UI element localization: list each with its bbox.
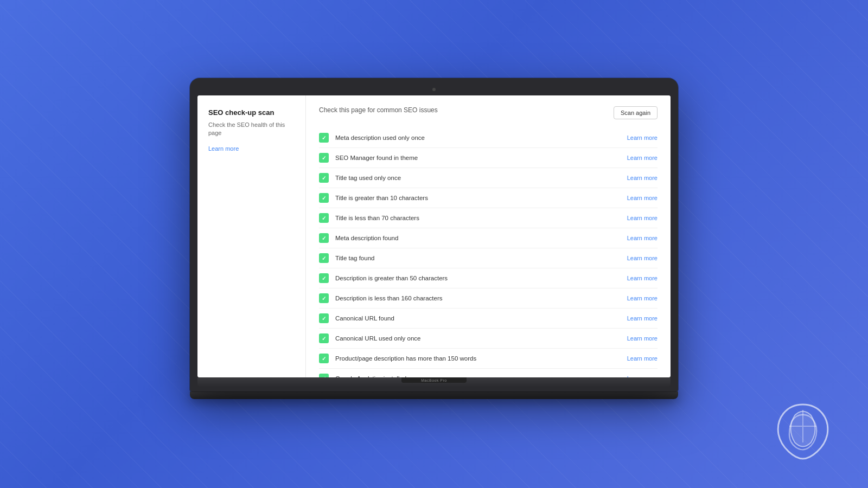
laptop-screen-shell: SEO check-up scan Check the SEO health o…	[190, 78, 678, 391]
sidebar-description: Check the SEO health of this page	[208, 121, 295, 138]
check-label: Meta description found	[335, 235, 627, 241]
check-label: Description is greater than 50 character…	[335, 275, 627, 281]
check-label: Title tag found	[335, 255, 627, 261]
check-pass-icon	[319, 213, 329, 223]
check-pass-icon	[319, 273, 329, 283]
check-learn-more-link[interactable]: Learn more	[627, 295, 658, 301]
check-item: Product/page description has more than 1…	[319, 349, 658, 369]
check-pass-icon	[319, 333, 329, 343]
check-label: SEO Manager found in theme	[335, 155, 627, 161]
check-pass-icon	[319, 293, 329, 303]
check-item: Title tag foundLearn more	[319, 248, 658, 268]
check-list: Meta description used only onceLearn mor…	[319, 128, 658, 377]
check-item: Title is greater than 10 charactersLearn…	[319, 188, 658, 208]
check-learn-more-link[interactable]: Learn more	[627, 134, 658, 141]
check-item: Title tag used only onceLearn more	[319, 168, 658, 188]
sidebar-title: SEO check-up scan	[208, 108, 295, 117]
check-item: Canonical URL used only onceLearn more	[319, 329, 658, 349]
main-panel: Check this page for common SEO issues Sc…	[306, 95, 671, 377]
check-learn-more-link[interactable]: Learn more	[627, 155, 658, 161]
check-learn-more-link[interactable]: Learn more	[627, 335, 658, 342]
check-item: Canonical URL foundLearn more	[319, 309, 658, 329]
laptop-camera-bar	[197, 86, 671, 93]
check-item: SEO Manager found in themeLearn more	[319, 148, 658, 168]
check-item: Description is less than 160 charactersL…	[319, 288, 658, 309]
check-label: Description is less than 160 characters	[335, 295, 627, 301]
screen-content: SEO check-up scan Check the SEO health o…	[197, 95, 671, 377]
check-learn-more-link[interactable]: Learn more	[627, 255, 658, 261]
check-pass-icon	[319, 233, 329, 243]
check-pass-icon	[319, 313, 329, 323]
check-pass-icon	[319, 173, 329, 183]
check-item: Google Analytics installedLearn more	[319, 369, 658, 377]
check-learn-more-link[interactable]: Learn more	[627, 315, 658, 322]
check-pass-icon	[319, 193, 329, 203]
laptop-model-label: MacBook Pro	[421, 378, 447, 382]
check-item: Description is greater than 50 character…	[319, 268, 658, 288]
check-item: Title is less than 70 charactersLearn mo…	[319, 208, 658, 228]
laptop-stand	[190, 391, 678, 399]
sidebar: SEO check-up scan Check the SEO health o…	[197, 95, 306, 377]
check-learn-more-link[interactable]: Learn more	[627, 235, 658, 241]
laptop-display: SEO check-up scan Check the SEO health o…	[197, 95, 671, 377]
check-label: Title is less than 70 characters	[335, 215, 627, 221]
check-label: Canonical URL used only once	[335, 335, 627, 342]
main-header: Check this page for common SEO issues Sc…	[319, 106, 658, 119]
check-learn-more-link[interactable]: Learn more	[627, 215, 658, 221]
check-learn-more-link[interactable]: Learn more	[627, 175, 658, 181]
sidebar-learn-more-link[interactable]: Learn more	[208, 145, 239, 152]
laptop-base-notch: MacBook Pro	[401, 377, 467, 383]
laptop-base: MacBook Pro	[197, 377, 671, 387]
main-header-text: Check this page for common SEO issues	[319, 106, 438, 114]
laptop-mockup: SEO check-up scan Check the SEO health o…	[190, 78, 678, 399]
check-pass-icon	[319, 133, 329, 143]
check-pass-icon	[319, 153, 329, 163]
check-pass-icon	[319, 354, 329, 363]
check-pass-icon	[319, 374, 329, 377]
check-learn-more-link[interactable]: Learn more	[627, 195, 658, 201]
check-label: Meta description used only once	[335, 134, 627, 141]
check-item: Meta description foundLearn more	[319, 228, 658, 248]
scan-again-button[interactable]: Scan again	[614, 106, 658, 119]
laptop-camera	[432, 88, 436, 91]
check-item: Meta description used only onceLearn mor…	[319, 128, 658, 148]
check-learn-more-link[interactable]: Learn more	[627, 275, 658, 281]
check-label: Title tag used only once	[335, 175, 627, 181]
decorative-logo	[770, 399, 835, 466]
check-label: Title is greater than 10 characters	[335, 195, 627, 201]
check-label: Canonical URL found	[335, 315, 627, 322]
check-pass-icon	[319, 253, 329, 263]
check-label: Product/page description has more than 1…	[335, 355, 627, 362]
check-learn-more-link[interactable]: Learn more	[627, 355, 658, 362]
